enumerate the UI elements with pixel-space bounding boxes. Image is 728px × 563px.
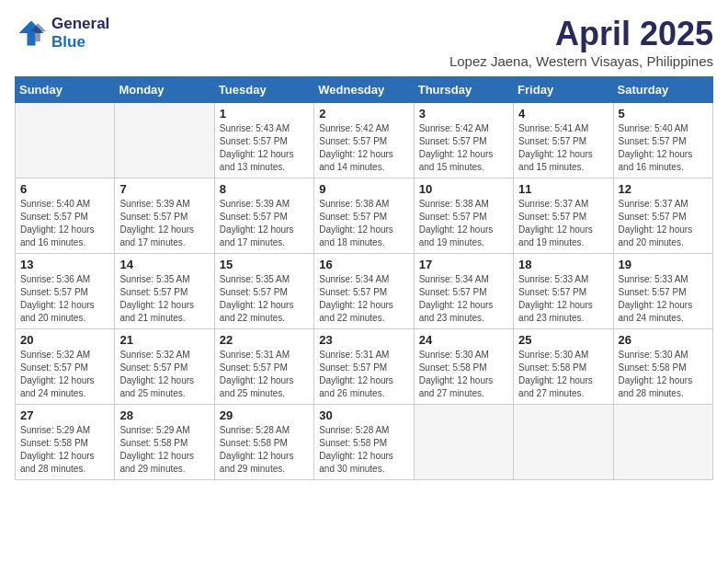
calendar-cell: 3Sunrise: 5:42 AMSunset: 5:57 PMDaylight…	[414, 103, 513, 178]
day-number: 14	[119, 258, 209, 271]
day-number: 1	[220, 107, 309, 121]
logo-text: General Blue	[51, 15, 109, 52]
calendar-title: April 2025	[449, 15, 713, 53]
calendar-cell: 29Sunrise: 5:28 AMSunset: 5:58 PMDayligh…	[214, 405, 313, 480]
calendar-cell: 2Sunrise: 5:42 AMSunset: 5:57 PMDaylight…	[314, 103, 414, 178]
day-detail: Sunrise: 5:31 AMSunset: 5:57 PMDaylight:…	[319, 349, 408, 400]
day-detail: Sunrise: 5:41 AMSunset: 5:57 PMDaylight:…	[518, 122, 608, 174]
calendar-cell	[514, 405, 613, 480]
calendar-cell: 19Sunrise: 5:33 AMSunset: 5:57 PMDayligh…	[613, 254, 712, 329]
day-number: 16	[319, 258, 408, 271]
day-detail: Sunrise: 5:37 AMSunset: 5:57 PMDaylight:…	[619, 198, 708, 249]
day-number: 25	[518, 333, 608, 347]
day-detail: Sunrise: 5:30 AMSunset: 5:58 PMDaylight:…	[619, 349, 708, 400]
day-number: 27	[20, 408, 109, 422]
day-detail: Sunrise: 5:33 AMSunset: 5:57 PMDaylight:…	[619, 273, 708, 325]
day-detail: Sunrise: 5:28 AMSunset: 5:58 PMDaylight:…	[319, 424, 408, 476]
day-number: 13	[20, 258, 109, 271]
calendar-cell: 30Sunrise: 5:28 AMSunset: 5:58 PMDayligh…	[314, 405, 414, 480]
calendar-cell: 18Sunrise: 5:33 AMSunset: 5:57 PMDayligh…	[514, 254, 613, 329]
day-detail: Sunrise: 5:33 AMSunset: 5:57 PMDaylight:…	[518, 273, 608, 325]
day-detail: Sunrise: 5:28 AMSunset: 5:58 PMDaylight:…	[220, 424, 309, 476]
calendar-cell: 7Sunrise: 5:39 AMSunset: 5:57 PMDaylight…	[115, 178, 214, 254]
day-detail: Sunrise: 5:30 AMSunset: 5:58 PMDaylight:…	[419, 349, 508, 400]
day-detail: Sunrise: 5:34 AMSunset: 5:57 PMDaylight:…	[419, 273, 508, 325]
day-number: 8	[220, 182, 309, 196]
day-detail: Sunrise: 5:42 AMSunset: 5:57 PMDaylight:…	[319, 122, 408, 174]
weekday-row: SundayMondayTuesdayWednesdayThursdayFrid…	[16, 77, 713, 103]
day-detail: Sunrise: 5:43 AMSunset: 5:57 PMDaylight:…	[220, 122, 309, 174]
calendar-cell: 4Sunrise: 5:41 AMSunset: 5:57 PMDaylight…	[514, 103, 613, 178]
day-number: 20	[20, 333, 109, 347]
day-number: 29	[220, 408, 309, 422]
calendar-cell: 15Sunrise: 5:35 AMSunset: 5:57 PMDayligh…	[214, 254, 313, 329]
weekday-header: Saturday	[613, 77, 712, 103]
calendar-cell: 11Sunrise: 5:37 AMSunset: 5:57 PMDayligh…	[514, 178, 613, 254]
calendar-cell: 26Sunrise: 5:30 AMSunset: 5:58 PMDayligh…	[613, 329, 712, 405]
day-detail: Sunrise: 5:38 AMSunset: 5:57 PMDaylight:…	[419, 198, 508, 249]
calendar-cell	[16, 103, 115, 178]
weekday-header: Sunday	[16, 77, 115, 103]
calendar-week-row: 27Sunrise: 5:29 AMSunset: 5:58 PMDayligh…	[16, 405, 713, 480]
day-number: 17	[419, 258, 508, 271]
day-number: 26	[619, 333, 708, 347]
calendar-week-row: 6Sunrise: 5:40 AMSunset: 5:57 PMDaylight…	[16, 178, 713, 254]
day-detail: Sunrise: 5:34 AMSunset: 5:57 PMDaylight:…	[319, 273, 408, 325]
day-detail: Sunrise: 5:32 AMSunset: 5:57 PMDaylight:…	[119, 349, 209, 400]
weekday-header: Wednesday	[314, 77, 414, 103]
calendar-cell: 24Sunrise: 5:30 AMSunset: 5:58 PMDayligh…	[414, 329, 513, 405]
day-detail: Sunrise: 5:40 AMSunset: 5:57 PMDaylight:…	[619, 122, 708, 174]
calendar-week-row: 1Sunrise: 5:43 AMSunset: 5:57 PMDaylight…	[16, 103, 713, 178]
day-detail: Sunrise: 5:40 AMSunset: 5:57 PMDaylight:…	[20, 198, 109, 249]
calendar-cell: 21Sunrise: 5:32 AMSunset: 5:57 PMDayligh…	[115, 329, 214, 405]
logo: General Blue	[15, 15, 109, 52]
day-number: 24	[419, 333, 508, 347]
day-detail: Sunrise: 5:37 AMSunset: 5:57 PMDaylight:…	[518, 198, 608, 249]
day-number: 21	[119, 333, 209, 347]
day-number: 4	[518, 107, 608, 121]
day-detail: Sunrise: 5:42 AMSunset: 5:57 PMDaylight:…	[419, 122, 508, 174]
calendar-cell: 12Sunrise: 5:37 AMSunset: 5:57 PMDayligh…	[613, 178, 712, 254]
day-number: 11	[518, 182, 608, 196]
day-detail: Sunrise: 5:36 AMSunset: 5:57 PMDaylight:…	[20, 273, 109, 325]
day-number: 10	[419, 182, 508, 196]
day-detail: Sunrise: 5:38 AMSunset: 5:57 PMDaylight:…	[319, 198, 408, 249]
day-detail: Sunrise: 5:35 AMSunset: 5:57 PMDaylight:…	[220, 273, 309, 325]
day-detail: Sunrise: 5:29 AMSunset: 5:58 PMDaylight:…	[119, 424, 209, 476]
calendar-cell: 20Sunrise: 5:32 AMSunset: 5:57 PMDayligh…	[16, 329, 115, 405]
day-detail: Sunrise: 5:29 AMSunset: 5:58 PMDaylight:…	[20, 424, 109, 476]
calendar-cell: 6Sunrise: 5:40 AMSunset: 5:57 PMDaylight…	[16, 178, 115, 254]
calendar-body: 1Sunrise: 5:43 AMSunset: 5:57 PMDaylight…	[16, 103, 713, 480]
day-number: 18	[518, 258, 608, 271]
calendar-cell: 14Sunrise: 5:35 AMSunset: 5:57 PMDayligh…	[115, 254, 214, 329]
day-number: 23	[319, 333, 408, 347]
day-number: 19	[619, 258, 708, 271]
day-detail: Sunrise: 5:39 AMSunset: 5:57 PMDaylight:…	[220, 198, 309, 249]
calendar-cell	[414, 405, 513, 480]
page-header: General Blue April 2025 Lopez Jaena, Wes…	[15, 15, 713, 69]
calendar-cell: 16Sunrise: 5:34 AMSunset: 5:57 PMDayligh…	[314, 254, 414, 329]
day-number: 15	[220, 258, 309, 271]
weekday-header: Tuesday	[214, 77, 313, 103]
weekday-header: Thursday	[414, 77, 513, 103]
day-detail: Sunrise: 5:31 AMSunset: 5:57 PMDaylight:…	[220, 349, 309, 400]
calendar-cell: 10Sunrise: 5:38 AMSunset: 5:57 PMDayligh…	[414, 178, 513, 254]
day-number: 30	[319, 408, 408, 422]
day-number: 28	[119, 408, 209, 422]
weekday-header: Monday	[115, 77, 214, 103]
calendar-cell	[115, 103, 214, 178]
calendar-table: SundayMondayTuesdayWednesdayThursdayFrid…	[15, 76, 713, 480]
title-section: April 2025 Lopez Jaena, Western Visayas,…	[449, 15, 713, 69]
weekday-header: Friday	[514, 77, 613, 103]
calendar-cell: 8Sunrise: 5:39 AMSunset: 5:57 PMDaylight…	[214, 178, 313, 254]
day-number: 7	[119, 182, 209, 196]
calendar-week-row: 20Sunrise: 5:32 AMSunset: 5:57 PMDayligh…	[16, 329, 713, 405]
day-number: 6	[20, 182, 109, 196]
calendar-cell: 9Sunrise: 5:38 AMSunset: 5:57 PMDaylight…	[314, 178, 414, 254]
calendar-cell: 13Sunrise: 5:36 AMSunset: 5:57 PMDayligh…	[16, 254, 115, 329]
calendar-cell: 27Sunrise: 5:29 AMSunset: 5:58 PMDayligh…	[16, 405, 115, 480]
calendar-cell: 5Sunrise: 5:40 AMSunset: 5:57 PMDaylight…	[613, 103, 712, 178]
day-detail: Sunrise: 5:32 AMSunset: 5:57 PMDaylight:…	[20, 349, 109, 400]
calendar-subtitle: Lopez Jaena, Western Visayas, Philippine…	[449, 53, 713, 69]
calendar-cell: 25Sunrise: 5:30 AMSunset: 5:58 PMDayligh…	[514, 329, 613, 405]
